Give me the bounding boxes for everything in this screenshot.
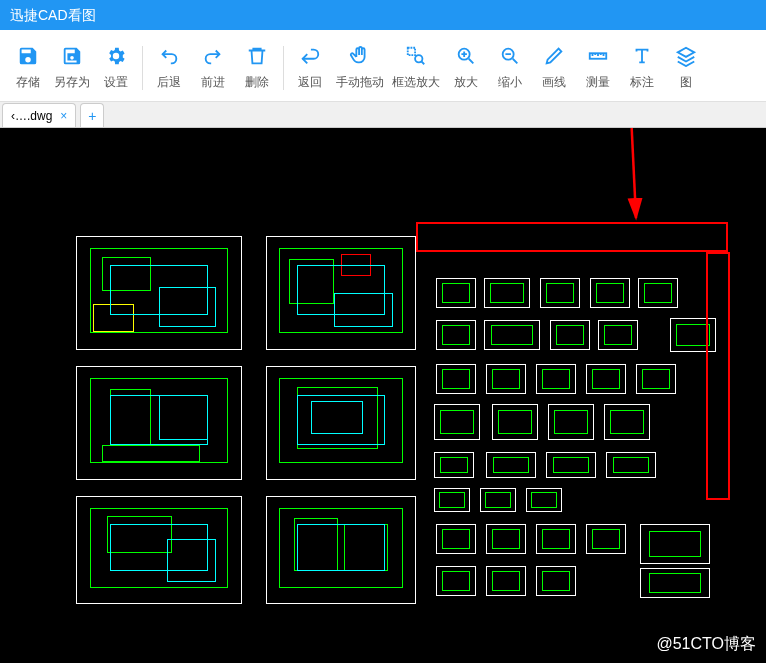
drawing-thumbnail[interactable] [536,364,576,394]
drawing-thumbnail[interactable] [76,366,242,480]
toolbar: 存储 另存为 设置 后退 前进 删除 返回 [0,30,766,102]
undo-icon [157,44,181,68]
text-icon [630,44,654,68]
zoom-out-label: 缩小 [498,74,522,91]
trash-icon [245,44,269,68]
drawing-thumbnail[interactable] [550,320,590,350]
drawing-thumbnail[interactable] [640,568,710,598]
drawing-thumbnail[interactable] [526,488,562,512]
title-bar: 迅捷CAD看图 [0,0,766,30]
drawing-thumbnail[interactable] [586,364,626,394]
drawing-thumbnail[interactable] [436,278,476,308]
pencil-icon [542,44,566,68]
drawing-thumbnail[interactable] [436,364,476,394]
forward-label: 前进 [201,74,225,91]
drawing-thumbnail[interactable] [486,566,526,596]
drawing-thumbnail[interactable] [266,236,416,350]
image-button[interactable]: 图 [664,42,708,93]
drawing-thumbnail[interactable] [436,524,476,554]
tab-bar: ‹….dwg × + [0,102,766,128]
delete-button[interactable]: 删除 [235,42,279,93]
app-title: 迅捷CAD看图 [10,7,96,23]
drawing-thumbnail[interactable] [436,566,476,596]
pan-button[interactable]: 手动拖动 [332,42,388,93]
return-icon [298,44,322,68]
zoom-out-icon [498,44,522,68]
drawing-thumbnail[interactable] [492,404,538,440]
drawing-thumbnail[interactable] [434,452,474,478]
save-button[interactable]: 存储 [6,42,50,93]
drawing-thumbnail[interactable] [546,452,596,478]
drawing-thumbnail[interactable] [434,488,470,512]
zoom-window-button[interactable]: 框选放大 [388,42,444,93]
drawing-thumbnail[interactable] [598,320,638,350]
drawing-thumbnail[interactable] [640,524,710,564]
svg-rect-0 [408,48,415,55]
annotate-label: 标注 [630,74,654,91]
save-as-button[interactable]: 另存为 [50,42,94,93]
drawing-thumbnail[interactable] [636,364,676,394]
line-label: 画线 [542,74,566,91]
zoom-in-label: 放大 [454,74,478,91]
zoom-in-button[interactable]: 放大 [444,42,488,93]
delete-label: 删除 [245,74,269,91]
save-as-label: 另存为 [54,74,90,91]
file-tab[interactable]: ‹….dwg × [2,103,76,127]
return-label: 返回 [298,74,322,91]
zoom-in-icon [454,44,478,68]
back-button[interactable]: 后退 [147,42,191,93]
redo-icon [201,44,225,68]
drawing-thumbnail[interactable] [436,320,476,350]
svg-line-5 [630,128,636,218]
drawing-thumbnail[interactable] [76,236,242,350]
drawing-thumbnail[interactable] [266,366,416,480]
settings-button[interactable]: 设置 [94,42,138,93]
drawing-thumbnail[interactable] [590,278,630,308]
drawing-thumbnail[interactable] [484,320,540,350]
drawing-thumbnail[interactable] [604,404,650,440]
close-icon[interactable]: × [60,109,67,123]
separator [142,46,143,90]
settings-label: 设置 [104,74,128,91]
drawing-thumbnail[interactable] [586,524,626,554]
save-as-icon [60,44,84,68]
layers-icon [674,44,698,68]
gear-icon [104,44,128,68]
save-icon [16,44,40,68]
watermark: @51CTO博客 [656,634,756,655]
drawing-thumbnail[interactable] [480,488,516,512]
ruler-icon [586,44,610,68]
drawing-thumbnail[interactable] [606,452,656,478]
hand-icon [348,44,372,68]
svg-point-1 [415,55,422,62]
drawing-thumbnail[interactable] [536,566,576,596]
drawing-thumbnail[interactable] [548,404,594,440]
drawing-thumbnail[interactable] [434,404,480,440]
drawing-thumbnail[interactable] [76,496,242,604]
drawing-thumbnail[interactable] [536,524,576,554]
drawing-thumbnail[interactable] [486,364,526,394]
zoom-out-button[interactable]: 缩小 [488,42,532,93]
image-label: 图 [680,74,692,91]
forward-button[interactable]: 前进 [191,42,235,93]
add-tab-button[interactable]: + [80,103,104,127]
drawing-thumbnail[interactable] [486,452,536,478]
zoom-window-label: 框选放大 [392,74,440,91]
measure-button[interactable]: 测量 [576,42,620,93]
zoom-window-icon [404,44,428,68]
drawing-thumbnail[interactable] [638,278,678,308]
drawing-thumbnail[interactable] [266,496,416,604]
drawing-thumbnail[interactable] [486,524,526,554]
drawing-canvas[interactable]: @51CTO博客 [0,128,766,663]
drawing-thumbnail[interactable] [484,278,530,308]
back-label: 后退 [157,74,181,91]
tab-filename: ‹….dwg [11,109,52,123]
return-button[interactable]: 返回 [288,42,332,93]
drawing-thumbnail[interactable] [540,278,580,308]
plus-icon: + [88,108,96,124]
separator [283,46,284,90]
highlight-box-vertical [706,252,730,500]
line-button[interactable]: 画线 [532,42,576,93]
save-label: 存储 [16,74,40,91]
annotate-button[interactable]: 标注 [620,42,664,93]
